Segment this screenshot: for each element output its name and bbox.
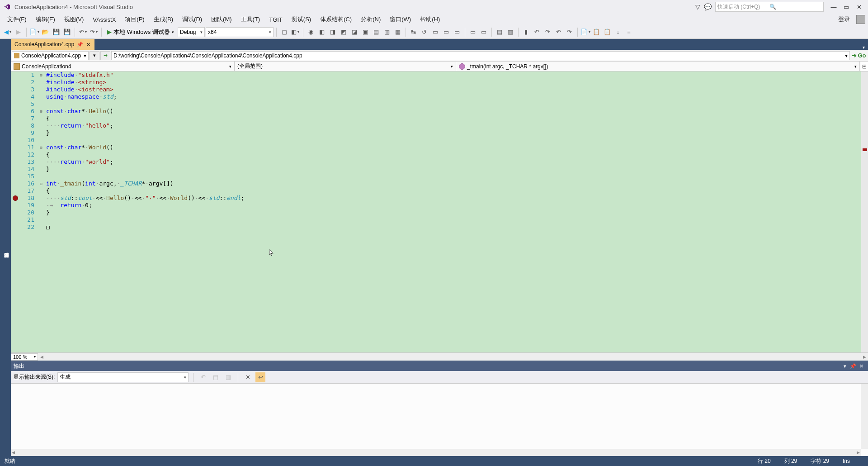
tool-icon-28[interactable]: ↓ [613,27,623,37]
menu-project[interactable]: 项目(P) [120,14,149,25]
bookmark-button[interactable]: ▮ [521,27,531,37]
open-file-button[interactable]: 📂 [40,27,50,37]
code-line[interactable]: 22□ [11,223,861,231]
code-line[interactable]: 20} [11,209,861,216]
code-line[interactable]: 16⊟int·_tmain(int·argc,·_TCHAR*·argv[]) [11,180,861,187]
tool-icon-6[interactable]: ◩ [339,27,349,37]
sign-in-link[interactable]: 登录 [835,14,853,24]
close-button[interactable]: ✕ [853,2,865,12]
code-text[interactable]: { [44,115,50,122]
start-debug-button[interactable]: ▶ 本地 Windows 调试器 ▾ [104,27,177,37]
output-close-icon[interactable]: ✕ [857,363,865,369]
output-vscroll[interactable] [861,384,868,449]
tool-icon-15[interactable]: ▭ [441,27,451,37]
menu-file[interactable]: 文件(F) [3,14,31,25]
output-dropdown-icon[interactable]: ▾ [841,363,849,369]
tool-icon-4[interactable]: ◧ [317,27,327,37]
tool-icon-16[interactable]: ▭ [452,27,462,37]
quick-launch-input[interactable]: 快速启动 (Ctrl+Q) 🔍 [715,2,824,12]
tool-icon-24[interactable]: ↷ [565,27,575,37]
breakpoint-gutter[interactable] [11,100,20,108]
tool-icon-18[interactable]: ▭ [479,27,489,37]
tool-icon-23[interactable]: ↶ [554,27,564,37]
tool-icon-25[interactable]: 📄 [580,27,590,37]
code-text[interactable]: #include·<string> [44,79,106,86]
fold-toggle[interactable]: ⊟ [38,180,44,187]
code-line[interactable]: 8····return·"hello"; [11,122,861,129]
avatar-placeholder-icon[interactable] [856,15,865,24]
breakpoint-gutter[interactable] [11,151,20,158]
menu-window[interactable]: 窗口(W) [385,14,415,25]
code-text[interactable]: ····return·"hello"; [44,122,113,129]
tab-server-explorer[interactable]: 服务器资源管理器 [2,247,11,251]
new-project-button[interactable]: 📄 [29,27,39,37]
code-text[interactable]: const·char*·Hello() [44,108,113,115]
doctab-active[interactable]: ConsoleApplication4.cpp 📌 ✕ [11,39,94,50]
breakpoint-gutter[interactable] [11,158,20,166]
fold-toggle[interactable]: ⊟ [38,71,44,79]
tool-icon-12[interactable]: ↹ [409,27,419,37]
tool-icon-2[interactable]: ◧ [290,27,300,37]
code-line[interactable]: 15 [11,173,861,180]
breakpoint-gutter[interactable] [11,71,20,79]
tool-icon-1[interactable]: ▢ [279,27,289,37]
fold-toggle[interactable]: ⊟ [38,144,44,151]
code-text[interactable]: ····std::cout·<<·Hello()·<<·"·"·<<·World… [44,195,244,202]
code-line[interactable]: 21 [11,216,861,223]
tool-icon-8[interactable]: ▣ [360,27,370,37]
menu-tgit[interactable]: TGIT [264,14,287,25]
zoom-combo[interactable]: 100 %▾ [11,353,38,361]
path-field[interactable]: D:\working\ConsoleApplication4\ConsoleAp… [111,51,850,60]
menu-test[interactable]: 测试(S) [287,14,316,25]
breakpoint-gutter[interactable] [11,122,20,129]
breakpoint-gutter[interactable] [11,108,20,115]
platform-combo[interactable]: x64▾ [206,27,274,37]
code-line[interactable]: 5 [11,100,861,108]
breakpoint-gutter[interactable] [11,79,20,86]
breakpoint-gutter[interactable] [11,209,20,216]
breakpoint-gutter[interactable] [11,144,20,151]
tool-icon-3[interactable]: ◉ [306,27,316,37]
go-button[interactable]: Go [851,51,867,61]
code-text[interactable]: ·→ return·0; [44,202,92,209]
breakpoint-gutter[interactable] [11,195,20,202]
breakpoint-gutter[interactable] [11,173,20,180]
code-line[interactable]: 13····return·"world"; [11,158,861,166]
code-line[interactable]: 4using·namespace·std; [11,93,861,100]
code-line[interactable]: 6⊟const·char*·Hello() [11,108,861,115]
tool-icon-17[interactable]: ▭ [468,27,478,37]
ctx-member-combo[interactable]: _tmain(int argc, _TCHAR * argv[])▾ [456,62,860,71]
redo-button[interactable]: ↷ [89,27,99,37]
close-tab-icon[interactable]: ✕ [86,41,91,48]
code-line[interactable]: 11⊟const·char*·World() [11,144,861,151]
code-line[interactable]: 9} [11,129,861,137]
ctx-scope-combo[interactable]: (全局范围)▾ [235,62,456,71]
pin-icon[interactable]: 📌 [77,42,83,48]
tool-icon-10[interactable]: ▥ [382,27,392,37]
minimize-button[interactable]: — [827,2,840,12]
scroll-left-icon[interactable]: ◀ [38,353,45,361]
output-pin-icon[interactable]: 📌 [849,363,857,369]
tab-overflow-button[interactable]: ▾ [859,45,868,50]
code-text[interactable]: □ [44,223,50,231]
code-text[interactable]: const·char*·World() [44,144,113,151]
code-line[interactable]: 14} [11,166,861,173]
menu-help[interactable]: 帮助(H) [415,14,444,25]
ctx-project-combo[interactable]: ConsoleApplication4▾ [11,62,235,71]
code-text[interactable] [44,100,46,108]
breakpoint-gutter[interactable] [11,115,20,122]
breakpoint-gutter[interactable] [11,129,20,137]
split-button[interactable]: ⊟ [860,62,868,71]
code-line[interactable]: 7{ [11,115,861,122]
feedback-icon[interactable]: 💬 [704,3,712,10]
output-clear-button[interactable]: ✕ [243,372,253,382]
breakpoint-gutter[interactable] [11,187,20,195]
editor-hscroll[interactable]: ◀ ▶ [38,353,868,361]
code-line[interactable]: 18····std::cout·<<·Hello()·<<·"·"·<<·Wor… [11,195,861,202]
overview-ruler[interactable] [861,71,868,352]
menu-debug[interactable]: 调试(D) [178,14,207,25]
fold-toggle[interactable]: ⊟ [38,108,44,115]
tool-icon-14[interactable]: ▭ [430,27,440,37]
code-text[interactable] [44,216,46,223]
output-body[interactable]: ◀▶ [11,384,868,456]
